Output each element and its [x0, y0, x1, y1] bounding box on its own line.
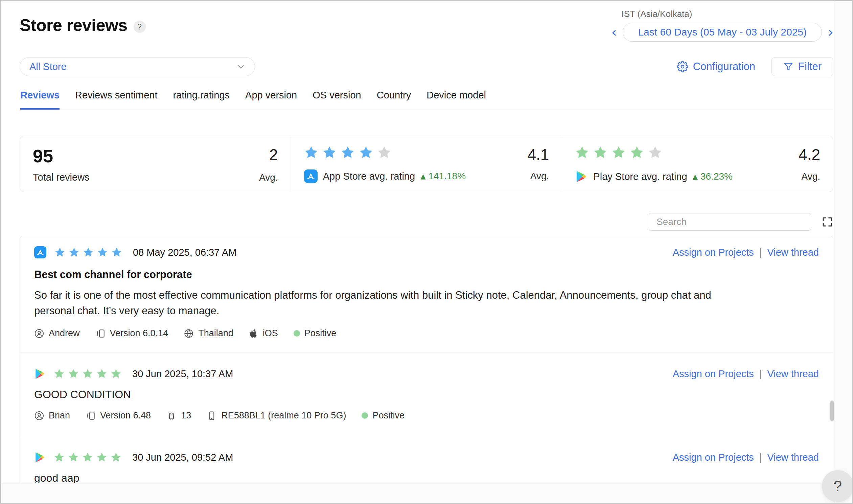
next-range-chevron-icon[interactable]: › — [828, 25, 833, 39]
play-store-stars — [575, 145, 662, 160]
store-select-value: All Store — [30, 61, 67, 72]
star-icon — [54, 247, 65, 258]
link-separator: | — [759, 452, 762, 463]
globe-icon — [184, 328, 194, 339]
review-author: Brian — [34, 410, 70, 421]
prev-range-chevron-icon[interactable]: ‹ — [611, 25, 617, 39]
total-reviews-label: Total reviews — [33, 172, 90, 183]
version-icon — [86, 411, 96, 421]
configuration-button[interactable]: Configuration — [677, 60, 755, 73]
stats-summary-card: 95 2 Total reviews Avg. 4.1 — [20, 136, 833, 192]
review-author: Andrew — [34, 328, 80, 339]
total-avg-label: Avg. — [259, 172, 278, 183]
review-os: iOS — [249, 328, 278, 339]
star-icon — [359, 145, 373, 160]
title-help-icon[interactable]: ? — [133, 21, 146, 33]
filter-button[interactable]: Filter — [772, 57, 833, 76]
link-separator: | — [759, 368, 762, 379]
tab-reviews-sentiment[interactable]: Reviews sentiment — [75, 90, 157, 110]
chevron-down-icon — [236, 62, 245, 71]
star-icon — [341, 145, 355, 160]
review-item: 30 Jun 2025, 10:37 AM Assign on Projects… — [20, 352, 833, 436]
star-icon — [575, 145, 589, 160]
app-store-icon — [34, 246, 46, 258]
review-country: Thailand — [184, 328, 233, 339]
assign-on-projects-link[interactable]: Assign on Projects — [673, 247, 754, 258]
review-app-version: Version 6.0.14 — [95, 328, 168, 339]
gear-icon — [677, 61, 688, 72]
configuration-label: Configuration — [693, 60, 755, 73]
review-sentiment: Positive — [294, 328, 337, 339]
filter-bar: All Store Configuration Filter — [20, 57, 833, 76]
review-sentiment: Positive — [362, 410, 404, 421]
app-store-rating-label: App Store avg. rating — [323, 171, 415, 182]
star-icon — [83, 247, 94, 258]
star-icon — [593, 145, 607, 160]
scrollbar-gutter — [834, 1, 852, 503]
stat-play-store-rating: 4.2 Play Store avg. rating ▲36.23% Avg. — [562, 136, 833, 192]
store-select[interactable]: All Store — [20, 57, 255, 76]
play-store-icon — [34, 368, 46, 379]
tab-rating-ratings[interactable]: rating.ratings — [173, 90, 230, 110]
review-item: 08 May 2025, 06:37 AM Assign on Projects… — [20, 236, 833, 352]
bottom-gutter — [1, 483, 834, 503]
star-icon — [96, 452, 107, 463]
star-icon — [54, 368, 65, 379]
version-icon — [95, 328, 106, 339]
review-stars — [54, 247, 122, 258]
star-icon — [96, 368, 107, 379]
search-input[interactable] — [649, 213, 811, 231]
tab-reviews[interactable]: Reviews — [20, 90, 59, 110]
store-reviews-page: Store reviews ? IST (Asia/Kolkata) ‹ Las… — [0, 0, 853, 504]
play-store-rating-label: Play Store avg. rating — [593, 171, 687, 182]
tab-device-model[interactable]: Device model — [426, 90, 486, 110]
stat-app-store-rating: 4.1 App Store avg. rating ▲141.18% Avg. — [291, 136, 562, 192]
star-icon — [630, 145, 644, 160]
star-icon — [111, 247, 122, 258]
review-stars — [54, 452, 122, 463]
star-icon — [377, 145, 391, 160]
review-date: 30 Jun 2025, 10:37 AM — [132, 368, 233, 379]
play-store-icon — [34, 452, 46, 463]
view-thread-link[interactable]: View thread — [767, 452, 819, 463]
play-store-icon — [575, 170, 588, 183]
stat-total-reviews: 95 2 Total reviews Avg. — [20, 136, 291, 192]
date-range-selector[interactable]: Last 60 Days (05 May - 03 July 2025) — [623, 23, 822, 42]
view-thread-link[interactable]: View thread — [767, 368, 819, 379]
app-store-stars — [304, 145, 391, 160]
assign-on-projects-link[interactable]: Assign on Projects — [673, 452, 754, 463]
vertical-scrollbar-thumb[interactable] — [830, 400, 834, 421]
star-icon — [82, 452, 93, 463]
tab-country[interactable]: Country — [377, 90, 411, 110]
app-store-avg-label: Avg. — [530, 171, 549, 182]
review-os-version: 13 — [166, 410, 191, 421]
star-icon — [68, 368, 79, 379]
star-icon — [82, 368, 93, 379]
floating-help-button[interactable]: ? — [822, 470, 853, 502]
star-icon — [69, 247, 79, 258]
review-body: So far it is one of the most effective c… — [34, 288, 731, 319]
play-store-change: ▲36.23% — [693, 171, 732, 182]
view-thread-link[interactable]: View thread — [767, 247, 819, 258]
reviews-toolbar — [20, 213, 833, 231]
page-header: Store reviews ? IST (Asia/Kolkata) ‹ Las… — [20, 9, 833, 42]
star-icon — [68, 452, 79, 463]
assign-on-projects-link[interactable]: Assign on Projects — [673, 368, 754, 379]
star-icon — [54, 452, 65, 463]
reviews-list: 08 May 2025, 06:37 AM Assign on Projects… — [20, 236, 833, 499]
funnel-icon — [783, 61, 794, 72]
review-date: 30 Jun 2025, 09:52 AM — [132, 452, 233, 463]
star-icon — [612, 145, 626, 160]
total-avg-value: 2 — [269, 145, 278, 164]
fullscreen-icon[interactable] — [821, 216, 833, 228]
total-reviews-value: 95 — [33, 145, 53, 166]
app-store-avg-value: 4.1 — [527, 145, 549, 164]
tab-os-version[interactable]: OS version — [312, 90, 361, 110]
review-meta: Andrew Version 6.0.14 Thailand iOS — [34, 328, 819, 339]
user-icon — [34, 328, 44, 339]
review-meta: Brian Version 6.48 13 RE588BL1 (realme 1… — [34, 410, 819, 421]
tab-app-version[interactable]: App version — [245, 90, 297, 110]
review-title: Best com channel for corporate — [34, 269, 819, 281]
play-store-avg-value: 4.2 — [799, 145, 820, 164]
up-triangle-icon: ▲ — [420, 172, 425, 180]
